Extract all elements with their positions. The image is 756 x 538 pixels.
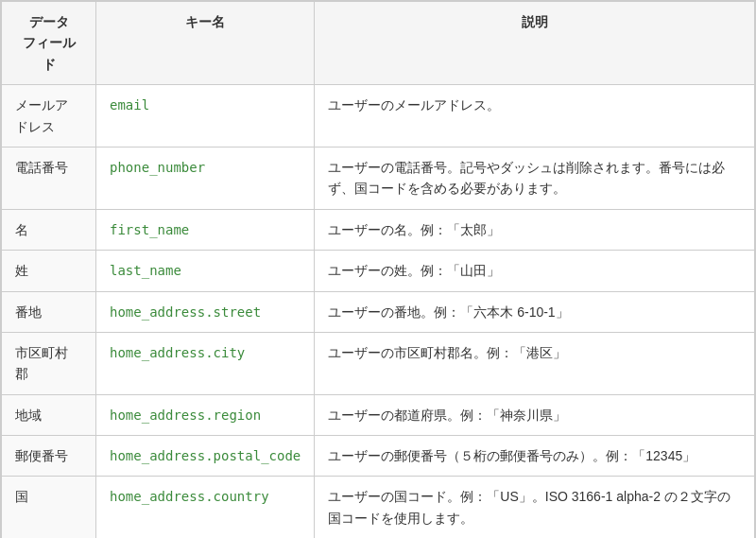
table-row: 姓last_nameユーザーの姓。例：「山田」 (2, 251, 755, 291)
col-header-field: データフィールド (2, 2, 96, 85)
cell-description: ユーザーの国コード。例：「US」。ISO 3166-1 alpha-2 の２文字… (315, 477, 755, 538)
table-row: 郵便番号home_address.postal_codeユーザーの郵便番号（５桁… (2, 436, 755, 477)
cell-description: ユーザーのメールアドレス。 (315, 85, 755, 148)
cell-description: ユーザーの番地。例：「六本木 6-10-1」 (315, 291, 755, 332)
cell-key: home_address.region (96, 394, 315, 435)
col-header-key: キー名 (96, 2, 315, 85)
cell-field: 名 (2, 209, 96, 250)
cell-field: 郵便番号 (2, 436, 96, 477)
cell-description: ユーザーの都道府県。例：「神奈川県」 (315, 394, 755, 435)
table-header-row: データフィールド キー名 説明 (2, 2, 755, 85)
cell-description: ユーザーの市区町村郡名。例：「港区」 (315, 332, 755, 394)
cell-field: 電話番号 (2, 147, 96, 209)
table-row: 名first_nameユーザーの名。例：「太郎」 (2, 209, 755, 250)
cell-description: ユーザーの名。例：「太郎」 (315, 209, 755, 250)
cell-key: email (96, 85, 315, 148)
cell-field: 市区町村郡 (2, 332, 96, 394)
cell-key: home_address.city (96, 332, 315, 394)
cell-key: home_address.street (96, 291, 315, 332)
cell-key: phone_number (96, 147, 315, 209)
table-row: 市区町村郡home_address.cityユーザーの市区町村郡名。例：「港区」 (2, 332, 755, 394)
table-row: メールアドレスemailユーザーのメールアドレス。 (2, 85, 755, 148)
cell-description: ユーザーの郵便番号（５桁の郵便番号のみ）。例：「12345」 (315, 436, 755, 477)
data-table: データフィールド キー名 説明 メールアドレスemailユーザーのメールアドレス… (0, 0, 756, 538)
col-header-description: 説明 (315, 2, 755, 85)
cell-key: home_address.country (96, 477, 315, 538)
cell-field: メールアドレス (2, 85, 96, 148)
cell-key: home_address.postal_code (96, 436, 315, 477)
cell-field: 姓 (2, 251, 96, 291)
cell-key: first_name (96, 209, 315, 250)
cell-field: 国 (2, 477, 96, 538)
table-row: 電話番号phone_numberユーザーの電話番号。記号やダッシュは削除されます… (2, 147, 755, 209)
table-row: 番地home_address.streetユーザーの番地。例：「六本木 6-10… (2, 291, 755, 332)
table-row: 国home_address.countryユーザーの国コード。例：「US」。IS… (2, 477, 755, 538)
table-row: 地域home_address.regionユーザーの都道府県。例：「神奈川県」 (2, 394, 755, 435)
cell-description: ユーザーの電話番号。記号やダッシュは削除されます。番号には必ず、国コードを含める… (315, 147, 755, 209)
cell-field: 地域 (2, 394, 96, 435)
cell-description: ユーザーの姓。例：「山田」 (315, 251, 755, 291)
cell-field: 番地 (2, 291, 96, 332)
cell-key: last_name (96, 251, 315, 291)
